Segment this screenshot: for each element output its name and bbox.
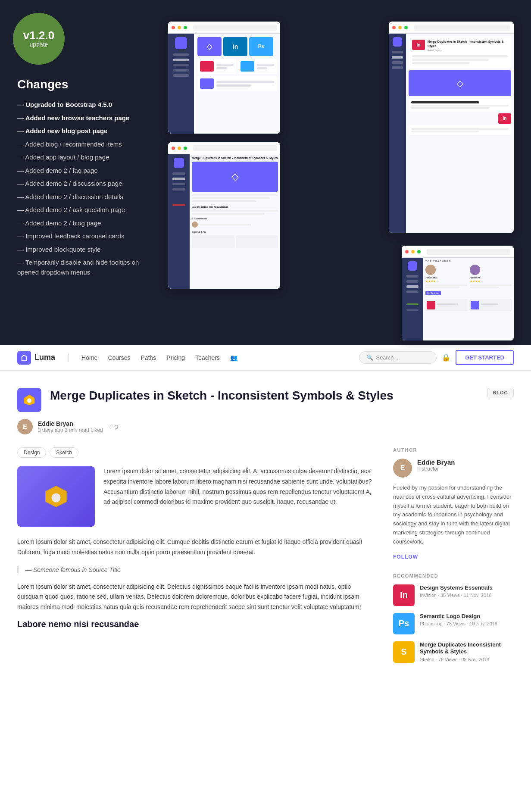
nav-item-teachers[interactable]: Teachers bbox=[195, 354, 220, 362]
blog-post-header-area: Merge Duplicates in Sketch - Inconsisten… bbox=[0, 371, 531, 434]
svg-point-3 bbox=[52, 493, 61, 503]
prose-para-2: Lorem ipsum dolor sit amet, consectetur … bbox=[17, 582, 376, 612]
blog-title-area: Merge Duplicates in Sketch - Inconsisten… bbox=[50, 388, 478, 407]
search-bar[interactable]: 🔍 Search ... bbox=[359, 351, 437, 364]
follow-button[interactable]: FOLLOW bbox=[393, 554, 418, 560]
nav-item-paths[interactable]: Paths bbox=[141, 354, 156, 362]
two-column-layout: Design Sketch Lorem ipsum dolor sit amet… bbox=[0, 447, 531, 693]
rec-meta-2: Photoshop · 78 Views · 10 Nov, 2018 bbox=[420, 621, 497, 626]
blog-badge: BLOG bbox=[487, 388, 514, 397]
rec-title-2: Semantic Logo Design bbox=[420, 613, 497, 620]
version-number: v1.2.0 bbox=[23, 30, 54, 41]
author-bio: Fueled by my passion for understanding t… bbox=[393, 484, 514, 547]
recommended-section: RECOMMENDED In Design Systems Essentials… bbox=[393, 573, 514, 663]
rec-thumb-2: Ps bbox=[393, 613, 415, 634]
lock-icon: 🔒 bbox=[442, 353, 450, 362]
like-count: 3 bbox=[115, 424, 118, 430]
nav-divider bbox=[68, 353, 69, 362]
change-item: Added new blog post page bbox=[17, 126, 155, 136]
logo-icon bbox=[17, 351, 31, 365]
blog-post-icon bbox=[17, 388, 41, 412]
blog-sidebar: AUTHOR E Eddie Bryan Instructor Fueled b… bbox=[393, 447, 514, 676]
rec-title-3: Merge Duplicates Inconsistent Symbols & … bbox=[420, 641, 514, 656]
change-item: Added app layout / blog page bbox=[17, 153, 155, 162]
screenshots-area: ◇ in Ps bbox=[168, 22, 514, 319]
tag-sketch[interactable]: Sketch bbox=[50, 447, 78, 458]
author-card-info: Eddie Bryan Instructor bbox=[417, 459, 455, 478]
change-item: Added blog / recommended items bbox=[17, 140, 155, 150]
nav-item-users-icon[interactable]: 👥 bbox=[230, 354, 237, 362]
change-item: Added demo 2 / discussions page bbox=[17, 179, 155, 189]
nav-logo[interactable]: Luma bbox=[17, 351, 55, 365]
screenshot-card-2: In Merge Duplicates in Sketch - Inconsis… bbox=[389, 22, 514, 233]
screenshot-card-4: TOP TEACHERS Jonathan S. ★★★★★ Go Des bbox=[402, 246, 514, 340]
author-info-small: Eddie Bryan 3 days ago 2 min read Liked bbox=[38, 420, 103, 433]
screenshot-card-1: ◇ in Ps bbox=[168, 22, 280, 134]
screenshot-card-3: Merge Duplicates in Sketch - Inconsisten… bbox=[168, 142, 280, 289]
author-avatar-small: E bbox=[17, 419, 33, 434]
tag-design[interactable]: Design bbox=[17, 447, 46, 458]
author-full-name: Eddie Bryan bbox=[417, 459, 455, 466]
recommended-item-3[interactable]: S Merge Duplicates Inconsistent Symbols … bbox=[393, 641, 514, 663]
tag-list: Design Sketch bbox=[17, 447, 376, 458]
blockquote: — Someone famous in Source Title bbox=[17, 566, 376, 573]
changelog-section: v1.2.0 update Changes Upgraded to Bootst… bbox=[0, 0, 531, 345]
post-meta: 3 days ago 2 min read Liked bbox=[38, 427, 103, 433]
rec-info-1: Design Systems Essentials InVision · 35 … bbox=[420, 584, 492, 598]
rec-meta-1: InVision · 35 Views · 11 Nov, 2018 bbox=[420, 593, 492, 598]
blog-title: Merge Duplicates in Sketch - Inconsisten… bbox=[50, 388, 478, 403]
blog-main-column: Design Sketch Lorem ipsum dolor sit amet… bbox=[17, 447, 376, 676]
nav-item-pricing[interactable]: Pricing bbox=[166, 354, 185, 362]
recommended-label: RECOMMENDED bbox=[393, 573, 514, 578]
rec-thumb-3: S bbox=[393, 641, 415, 663]
changes-title: Changes bbox=[17, 78, 155, 91]
like-area[interactable]: ♡ 3 bbox=[108, 424, 118, 430]
main-content: Luma Home Courses Paths Pricing Teachers… bbox=[0, 345, 531, 693]
change-item: Added demo 2 / faq page bbox=[17, 166, 155, 176]
navbar: Luma Home Courses Paths Pricing Teachers… bbox=[0, 345, 531, 371]
rec-meta-3: Sketch · 78 Views · 09 Nov, 2018 bbox=[420, 657, 514, 662]
rec-thumb-1: In bbox=[393, 584, 415, 606]
nav-links: Home Courses Paths Pricing Teachers 👥 bbox=[81, 354, 237, 362]
rec-info-2: Semantic Logo Design Photoshop · 78 View… bbox=[420, 613, 497, 627]
content-image bbox=[17, 466, 95, 527]
nav-right: 🔍 Search ... 🔒 GET STARTED bbox=[359, 350, 514, 365]
search-icon: 🔍 bbox=[366, 354, 373, 361]
recommended-item-2[interactable]: Ps Semantic Logo Design Photoshop · 78 V… bbox=[393, 613, 514, 634]
search-placeholder: Search ... bbox=[376, 354, 400, 361]
changes-panel: Changes Upgraded to Bootstrap 4.5.0 Adde… bbox=[17, 78, 155, 319]
svg-point-1 bbox=[27, 398, 32, 403]
change-item: Upgraded to Bootstrap 4.5.0 bbox=[17, 100, 155, 110]
change-item: Added demo 2 / ask question page bbox=[17, 205, 155, 215]
section-heading: Labore nemo nisi recusandae bbox=[17, 619, 376, 629]
rec-title-1: Design Systems Essentials bbox=[420, 584, 492, 592]
change-item: Improved feedback carousel cards bbox=[17, 231, 155, 241]
change-item: Improved blockquote style bbox=[17, 245, 155, 255]
author-card: E Eddie Bryan Instructor bbox=[393, 459, 514, 478]
version-label: update bbox=[30, 41, 48, 48]
change-item: Added demo 2 / discussion details bbox=[17, 192, 155, 202]
intro-paragraph: Lorem ipsum dolor sit amet, consectetur … bbox=[103, 466, 376, 507]
recommended-item-1[interactable]: In Design Systems Essentials InVision · … bbox=[393, 584, 514, 606]
heart-icon: ♡ bbox=[108, 424, 113, 430]
blog-post-meta: E Eddie Bryan 3 days ago 2 min read Like… bbox=[17, 419, 514, 434]
blog-prose: Lorem ipsum dolor sit amet, consectetur … bbox=[17, 537, 376, 629]
version-badge: v1.2.0 update bbox=[13, 13, 65, 65]
change-item: Added demo 2 / blog page bbox=[17, 219, 155, 228]
get-started-button[interactable]: GET STARTED bbox=[456, 350, 514, 365]
rec-info-3: Merge Duplicates Inconsistent Symbols & … bbox=[420, 641, 514, 662]
changes-list: Upgraded to Bootstrap 4.5.0 Added new br… bbox=[17, 100, 155, 277]
author-name-small: Eddie Bryan bbox=[38, 420, 103, 427]
content-block-with-image: Lorem ipsum dolor sit amet, consectetur … bbox=[17, 466, 376, 527]
change-item: Temporarily disable and hide tooltips on… bbox=[17, 258, 155, 277]
blockquote-text: — Someone famous in Source Title bbox=[25, 566, 121, 573]
author-avatar: E bbox=[393, 459, 412, 478]
author-section: AUTHOR E Eddie Bryan Instructor Fueled b… bbox=[393, 447, 514, 560]
nav-item-home[interactable]: Home bbox=[81, 354, 97, 362]
content-intro-text: Lorem ipsum dolor sit amet, consectetur … bbox=[103, 466, 376, 527]
nav-item-courses[interactable]: Courses bbox=[108, 354, 130, 362]
blog-post-title-row: Merge Duplicates in Sketch - Inconsisten… bbox=[17, 388, 514, 412]
author-role: Instructor bbox=[417, 466, 455, 472]
author-label: AUTHOR bbox=[393, 447, 514, 453]
change-item: Added new browse teachers page bbox=[17, 113, 155, 123]
